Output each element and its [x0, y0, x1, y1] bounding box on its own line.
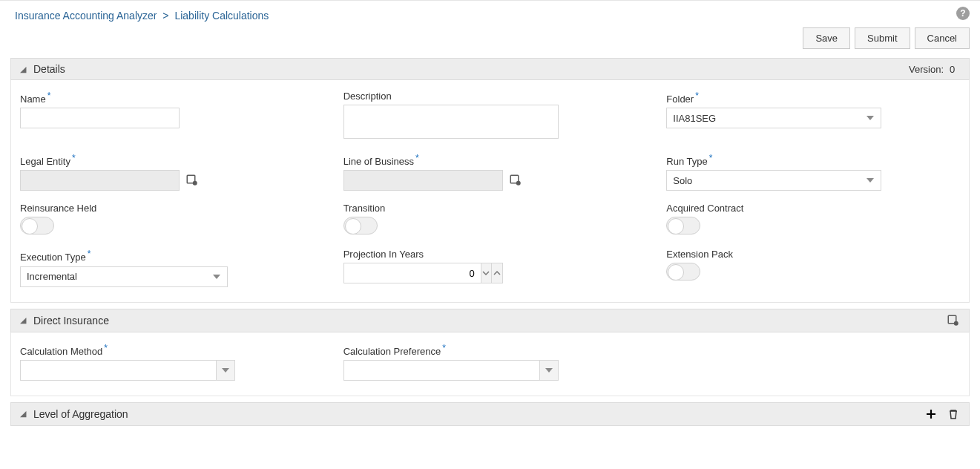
version-value: 0	[950, 64, 960, 75]
projection-decrement[interactable]	[481, 263, 492, 283]
breadcrumb: Insurance Accounting Analyzer > Liabilit…	[15, 7, 269, 22]
calc-method-label: Calculation Method	[20, 346, 102, 357]
projection-input[interactable]	[343, 263, 481, 283]
lob-input[interactable]	[343, 170, 503, 191]
calc-pref-dropdown[interactable]	[539, 360, 559, 381]
exec-type-label: Execution Type	[20, 252, 86, 263]
projection-label: Projection In Years	[343, 249, 637, 260]
cancel-button[interactable]: Cancel	[915, 27, 970, 49]
extension-label: Extension Pack	[666, 249, 960, 260]
transition-label: Transition	[343, 203, 637, 214]
calc-pref-input[interactable]	[343, 360, 539, 381]
delete-icon[interactable]	[947, 407, 960, 421]
folder-label: Folder	[666, 94, 694, 105]
add-icon[interactable]	[924, 407, 938, 421]
name-label: Name	[20, 94, 46, 105]
direct-lookup-icon[interactable]	[947, 314, 960, 327]
extension-toggle[interactable]	[666, 263, 700, 281]
legal-entity-input[interactable]	[20, 170, 180, 191]
exec-type-select[interactable]: Incremental	[20, 266, 228, 287]
calc-pref-label: Calculation Preference	[343, 346, 441, 357]
lob-lookup-icon[interactable]	[509, 174, 522, 187]
collapse-icon[interactable]: ◢	[20, 315, 26, 325]
collapse-icon[interactable]: ◢	[20, 409, 26, 419]
description-label: Description	[343, 91, 392, 102]
lob-label: Line of Business	[343, 156, 414, 167]
help-icon[interactable]: ?	[956, 7, 970, 20]
version-label: Version:	[909, 64, 944, 75]
legal-entity-label: Legal Entity	[20, 156, 70, 167]
svg-point-1	[193, 181, 197, 186]
transition-toggle[interactable]	[343, 217, 378, 234]
calc-method-input[interactable]	[20, 360, 216, 381]
reinsurance-toggle[interactable]	[20, 217, 54, 234]
breadcrumb-sep: >	[162, 10, 168, 22]
aggregation-header: ◢ Level of Aggregation	[10, 402, 970, 426]
acquired-toggle[interactable]	[666, 217, 700, 234]
details-header: ◢ Details Version: 0	[10, 58, 970, 80]
direct-title: Direct Insurance	[33, 315, 109, 327]
name-input[interactable]	[20, 108, 180, 128]
breadcrumb-current[interactable]: Liability Calculations	[174, 10, 269, 22]
folder-select[interactable]: IIA81SEG	[666, 108, 881, 128]
save-button[interactable]: Save	[803, 27, 850, 49]
run-type-select[interactable]: Solo	[666, 170, 881, 191]
reinsurance-label: Reinsurance Held	[20, 203, 314, 214]
svg-point-3	[516, 181, 520, 186]
aggregation-title: Level of Aggregation	[33, 408, 128, 420]
description-input[interactable]	[343, 105, 559, 139]
breadcrumb-root[interactable]: Insurance Accounting Analyzer	[15, 10, 157, 22]
calc-method-dropdown[interactable]	[216, 360, 235, 381]
acquired-label: Acquired Contract	[666, 203, 960, 214]
svg-point-5	[954, 321, 958, 325]
run-type-label: Run Type	[666, 156, 707, 167]
projection-increment[interactable]	[492, 263, 503, 283]
details-title: Details	[33, 63, 65, 75]
direct-header: ◢ Direct Insurance	[10, 309, 970, 332]
legal-entity-lookup-icon[interactable]	[185, 174, 199, 187]
collapse-icon[interactable]: ◢	[20, 65, 26, 74]
submit-button[interactable]: Submit	[855, 27, 910, 49]
